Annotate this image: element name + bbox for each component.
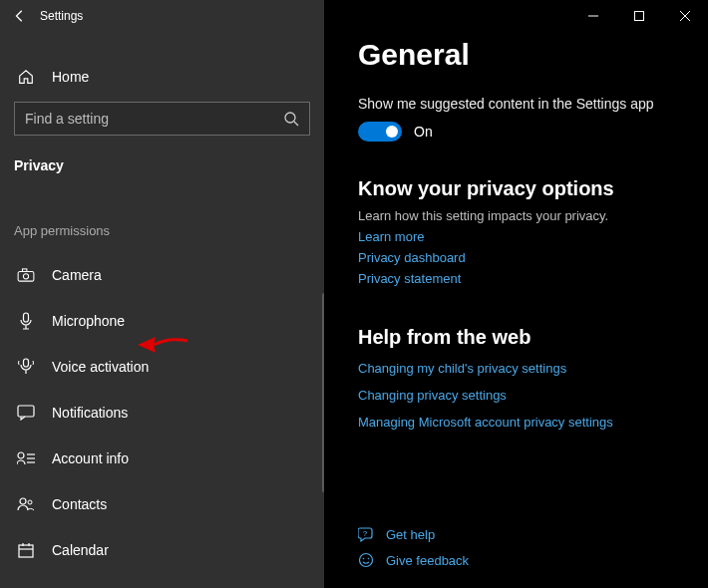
give-feedback-label: Give feedback	[386, 553, 469, 568]
sidebar-item-label: Calendar	[52, 542, 109, 558]
sidebar-item-voice-activation[interactable]: Voice activation	[0, 344, 324, 390]
sidebar-item-label: Account info	[52, 450, 129, 466]
get-help-link[interactable]: ? Get help	[358, 526, 469, 542]
home-icon	[14, 68, 38, 86]
home-nav[interactable]: Home	[0, 54, 324, 92]
privacy-options-desc: Learn how this setting impacts your priv…	[358, 208, 674, 223]
toggle-switch[interactable]	[358, 122, 402, 142]
camera-icon	[14, 268, 38, 282]
search-icon	[283, 111, 299, 127]
toggle-state-label: On	[414, 124, 433, 140]
svg-point-8	[18, 452, 24, 458]
sidebar: Settings Home Privacy App permissions Ca…	[0, 0, 324, 588]
toggle-row: On	[358, 122, 674, 142]
svg-rect-14	[19, 545, 33, 557]
sidebar-item-calendar[interactable]: Calendar	[0, 527, 324, 573]
calendar-icon	[14, 542, 38, 558]
sidebar-item-label: Notifications	[52, 405, 128, 421]
titlebar: Settings	[0, 0, 324, 32]
search-input[interactable]	[25, 111, 283, 127]
sidebar-item-label: Microphone	[52, 313, 125, 329]
notifications-icon	[14, 405, 38, 421]
sidebar-item-microphone[interactable]: Microphone	[0, 298, 324, 344]
give-feedback-link[interactable]: Give feedback	[358, 552, 469, 568]
link-privacy-statement[interactable]: Privacy statement	[358, 271, 674, 286]
svg-text:?: ?	[363, 529, 368, 538]
arrow-left-icon	[13, 9, 27, 23]
account-icon	[14, 451, 38, 465]
window-title: Settings	[40, 9, 83, 23]
help-heading: Help from the web	[358, 326, 674, 349]
sidebar-item-account-info[interactable]: Account info	[0, 436, 324, 481]
svg-rect-2	[18, 272, 34, 282]
sidebar-item-camera[interactable]: Camera	[0, 252, 324, 298]
footer-links: ? Get help Give feedback	[358, 526, 469, 568]
svg-point-25	[363, 558, 365, 560]
svg-point-13	[28, 500, 32, 504]
privacy-options-heading: Know your privacy options	[358, 177, 674, 200]
svg-rect-3	[23, 269, 27, 272]
main-content: General Show me suggested content in the…	[324, 0, 708, 588]
sidebar-item-notifications[interactable]: Notifications	[0, 390, 324, 436]
sidebar-item-contacts[interactable]: Contacts	[0, 481, 324, 527]
main-panel: General Show me suggested content in the…	[324, 0, 708, 588]
settings-window: Settings Home Privacy App permissions Ca…	[0, 0, 708, 588]
section-label: App permissions	[0, 179, 324, 246]
feedback-icon	[358, 552, 374, 568]
back-button[interactable]	[0, 0, 40, 32]
svg-point-24	[360, 554, 373, 567]
microphone-icon	[14, 312, 38, 330]
setting-caption: Show me suggested content in the Setting…	[358, 96, 674, 112]
category-heading: Privacy	[0, 136, 324, 179]
nav-list: Camera Microphone Voice activation Notif…	[0, 252, 324, 573]
svg-line-1	[294, 122, 298, 126]
page-title: General	[358, 38, 674, 72]
svg-rect-6	[24, 359, 29, 367]
svg-point-0	[285, 113, 295, 123]
home-label: Home	[52, 69, 89, 85]
sidebar-item-label: Camera	[52, 267, 102, 283]
contacts-icon	[14, 497, 38, 511]
get-help-label: Get help	[386, 527, 435, 542]
svg-point-26	[368, 558, 370, 560]
link-learn-more[interactable]: Learn more	[358, 229, 674, 244]
link-ms-account-privacy[interactable]: Managing Microsoft account privacy setti…	[358, 415, 674, 430]
svg-point-4	[23, 274, 28, 279]
search-box[interactable]	[14, 102, 310, 136]
link-privacy-dashboard[interactable]: Privacy dashboard	[358, 250, 674, 265]
link-child-privacy[interactable]: Changing my child's privacy settings	[358, 361, 674, 376]
link-changing-privacy[interactable]: Changing privacy settings	[358, 388, 674, 403]
svg-rect-7	[18, 406, 34, 417]
voice-icon	[14, 358, 38, 376]
toggle-knob	[386, 126, 398, 138]
search-row	[0, 92, 324, 136]
sidebar-item-label: Contacts	[52, 496, 107, 512]
sidebar-item-label: Voice activation	[52, 359, 149, 375]
svg-point-12	[20, 498, 26, 504]
help-icon: ?	[358, 526, 374, 542]
svg-rect-5	[24, 313, 29, 322]
